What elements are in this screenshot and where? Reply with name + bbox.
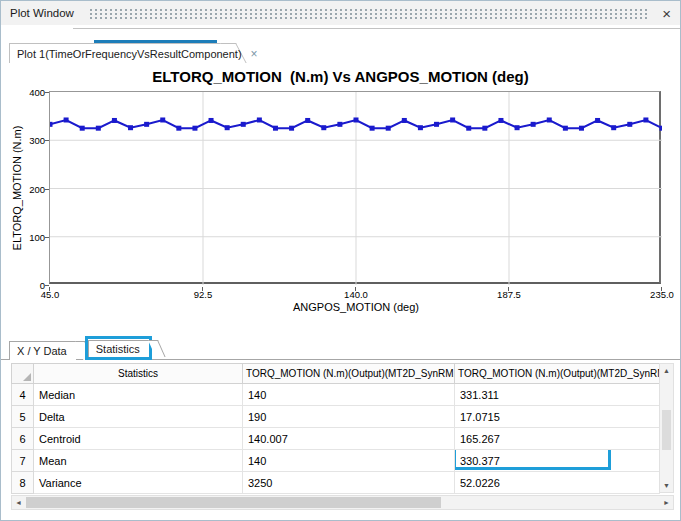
- col-header-statistics[interactable]: Statistics: [34, 364, 243, 384]
- table-cell[interactable]: 140.007: [243, 428, 455, 450]
- chart-title: ELTORQ_MOTION (N.m) Vs ANGPOS_MOTION (de…: [1, 68, 680, 85]
- table-row: 5Delta19017.0715: [12, 406, 660, 428]
- tab-xy-data[interactable]: X / Y Data: [9, 341, 76, 360]
- table-cell[interactable]: Variance: [34, 472, 243, 494]
- select-all-corner-icon: [23, 373, 31, 381]
- tab-xy-data-label: X / Y Data: [17, 345, 67, 357]
- x-tick-mark: [202, 287, 203, 291]
- plot-area[interactable]: [49, 91, 661, 284]
- statistics-tab-highlight: Statistics: [85, 336, 152, 360]
- data-tab-strip: X / Y Data Statistics: [1, 333, 680, 363]
- table-cell[interactable]: Mean: [34, 450, 243, 472]
- x-tick-label: 235.0: [650, 289, 674, 300]
- table-row: 6Centroid140.007165.267: [12, 428, 660, 450]
- row-number-cell[interactable]: 5: [12, 406, 34, 428]
- scroll-down-icon[interactable]: ▼: [660, 479, 673, 492]
- statistics-grid: Statistics TORQ_MOTION (N.m)(Output)(MT2…: [11, 363, 660, 494]
- select-all-corner[interactable]: [12, 364, 34, 384]
- table-cell[interactable]: 140: [243, 384, 455, 406]
- y-tick-label: 200: [29, 183, 45, 194]
- y-axis-label: ELTORQ_MOTION (N.m): [11, 126, 23, 251]
- x-tick-label: 187.5: [497, 289, 521, 300]
- table-row: 8Variance325052.0226: [12, 472, 660, 494]
- table-cell[interactable]: 331.311: [455, 384, 660, 406]
- row-number-cell[interactable]: 7: [12, 450, 34, 472]
- x-tick-mark: [508, 287, 509, 291]
- table-cell[interactable]: 165.267: [455, 428, 660, 450]
- y-tick-label: 300: [29, 135, 45, 146]
- mean-value-highlight-box: [455, 450, 612, 471]
- table-cell[interactable]: Centroid: [34, 428, 243, 450]
- col-header-torq-motion-1[interactable]: TORQ_MOTION (N.m)(Output)(MT2D_SynRM.csv…: [243, 364, 455, 384]
- window-titlebar[interactable]: Plot Window ×: [1, 1, 680, 25]
- y-tick-mark: [45, 285, 49, 286]
- x-tick-label: 45.0: [41, 289, 60, 300]
- x-axis-label: ANGPOS_MOTION (deg): [49, 301, 663, 313]
- tab-plot1[interactable]: Plot 1(TimeOrFrequencyVsResultComponent)…: [9, 43, 221, 63]
- scroll-left-icon[interactable]: ◄: [12, 496, 25, 509]
- x-tick-mark: [355, 287, 356, 291]
- chart-line-svg: [50, 92, 662, 285]
- y-tick-mark: [45, 237, 49, 238]
- y-tick-mark: [45, 92, 49, 93]
- window-title: Plot Window: [10, 7, 74, 19]
- table-vertical-scrollbar[interactable]: ▲ ▼: [659, 363, 674, 493]
- table-row: 7Mean140330.377: [12, 450, 660, 472]
- y-tick-label: 400: [29, 87, 45, 98]
- table-cell[interactable]: 330.377: [455, 450, 660, 472]
- y-tick-label: 100: [29, 231, 45, 242]
- table-cell[interactable]: 52.0226: [455, 472, 660, 494]
- x-tick-label: 140.0: [344, 289, 368, 300]
- table-cell[interactable]: 17.0715: [455, 406, 660, 428]
- y-tick-mark: [45, 189, 49, 190]
- table-header-row: Statistics TORQ_MOTION (N.m)(Output)(MT2…: [12, 364, 660, 384]
- table-cell[interactable]: Delta: [34, 406, 243, 428]
- tab-plot1-label: Plot 1(TimeOrFrequencyVsResultComponent): [17, 48, 242, 60]
- table-row: 4Median140331.311: [12, 384, 660, 406]
- scroll-right-icon[interactable]: ►: [660, 496, 673, 509]
- chart-panel: ELTORQ_MOTION (N.m) Vs ANGPOS_MOTION (de…: [1, 63, 680, 333]
- tab-close-icon[interactable]: ×: [251, 47, 258, 61]
- window-close-icon[interactable]: ×: [662, 6, 671, 21]
- table-horizontal-scrollbar[interactable]: ◄ ►: [11, 495, 674, 510]
- plot-window: Plot Window × Plot 1(TimeOrFrequencyVsRe…: [0, 0, 681, 521]
- table-cell[interactable]: Median: [34, 384, 243, 406]
- x-tick-label: 92.5: [194, 289, 213, 300]
- x-tick-mark: [49, 287, 50, 291]
- table-cell[interactable]: 190: [243, 406, 455, 428]
- row-number-cell[interactable]: 8: [12, 472, 34, 494]
- horizontal-scroll-thumb[interactable]: [26, 497, 441, 508]
- tabstrip-divider: [73, 28, 680, 29]
- vertical-scroll-thumb[interactable]: [662, 410, 671, 450]
- row-number-cell[interactable]: 4: [12, 384, 34, 406]
- row-number-cell[interactable]: 6: [12, 428, 34, 450]
- drag-handle-dots[interactable]: [90, 9, 648, 20]
- col-header-torq-motion-2[interactable]: TORQ_MOTION (N.m)(Output)(MT2D_SynRM.csv: [455, 364, 660, 384]
- tab-statistics[interactable]: Statistics: [88, 340, 149, 357]
- table-cell[interactable]: 140: [243, 450, 455, 472]
- x-tick-mark: [661, 287, 662, 291]
- statistics-table: Statistics TORQ_MOTION (N.m)(Output)(MT2…: [11, 363, 674, 493]
- tab-statistics-label: Statistics: [96, 343, 140, 355]
- scroll-up-icon[interactable]: ▲: [660, 364, 673, 377]
- table-cell[interactable]: 3250: [243, 472, 455, 494]
- plot-tab-strip: Plot 1(TimeOrFrequencyVsResultComponent)…: [1, 25, 680, 63]
- y-tick-mark: [45, 140, 49, 141]
